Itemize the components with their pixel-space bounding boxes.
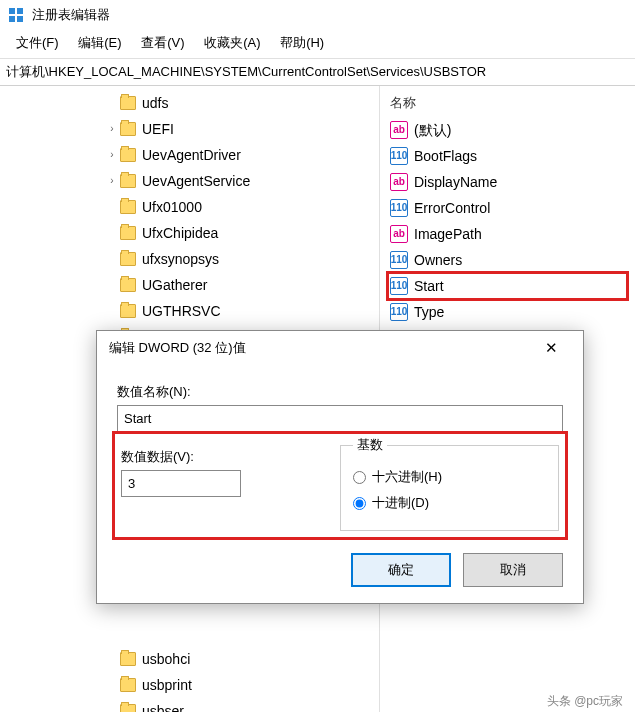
tree-item-ufxsynopsys[interactable]: ›ufxsynopsys	[0, 246, 379, 272]
tree-item-uevagentservice[interactable]: ›UevAgentService	[0, 168, 379, 194]
string-value-icon: ab	[390, 173, 408, 191]
window-title: 注册表编辑器	[32, 6, 110, 24]
tree-item-label: UGatherer	[142, 274, 207, 296]
value-name: ImagePath	[414, 224, 482, 244]
value-data-label: 数值数据(V):	[121, 448, 340, 466]
svg-rect-0	[9, 8, 15, 14]
tree-item-label: ufxsynopsys	[142, 248, 219, 270]
folder-icon	[120, 278, 136, 292]
base-fieldset: 基数 十六进制(H) 十进制(D)	[340, 436, 559, 531]
tree-item-label: udfs	[142, 92, 168, 114]
folder-icon	[120, 704, 136, 712]
tree-item-ugthrsvc[interactable]: ›UGTHRSVC	[0, 298, 379, 324]
value-name: (默认)	[414, 120, 451, 140]
radio-dec[interactable]	[353, 497, 366, 510]
folder-icon	[120, 122, 136, 136]
value-row-type[interactable]: 110Type	[388, 299, 627, 325]
app-icon	[8, 7, 24, 23]
value-name-input[interactable]	[117, 405, 563, 432]
svg-rect-3	[17, 16, 23, 22]
tree-item-label: UfxChipidea	[142, 222, 218, 244]
chevron-right-icon[interactable]: ›	[106, 118, 118, 140]
menu-help[interactable]: 帮助(H)	[272, 32, 332, 54]
folder-icon	[120, 304, 136, 318]
menu-view[interactable]: 查看(V)	[133, 32, 192, 54]
tree-item-uefi[interactable]: ›UEFI	[0, 116, 379, 142]
folder-icon	[120, 652, 136, 666]
tree-item-udfs[interactable]: ›udfs	[0, 90, 379, 116]
tree-item-usbohci[interactable]: ›usbohci	[0, 646, 379, 672]
radio-hex[interactable]	[353, 471, 366, 484]
svg-rect-1	[17, 8, 23, 14]
cancel-button[interactable]: 取消	[463, 553, 563, 587]
dialog-title: 编辑 DWORD (32 位)值	[109, 339, 246, 357]
address-bar[interactable]: 计算机\HKEY_LOCAL_MACHINE\SYSTEM\CurrentCon…	[0, 59, 635, 86]
value-row-imagepath[interactable]: abImagePath	[388, 221, 627, 247]
value-name: Owners	[414, 250, 462, 270]
value-row-displayname[interactable]: abDisplayName	[388, 169, 627, 195]
tree-item-label: usbser	[142, 700, 184, 712]
binary-value-icon: 110	[390, 147, 408, 165]
folder-icon	[120, 148, 136, 162]
folder-icon	[120, 96, 136, 110]
binary-value-icon: 110	[390, 199, 408, 217]
close-icon[interactable]: ✕	[531, 339, 571, 357]
value-row-(默认)[interactable]: ab(默认)	[388, 117, 627, 143]
binary-value-icon: 110	[390, 277, 408, 295]
watermark: 头条 @pc玩家	[547, 693, 623, 710]
menubar: 文件(F) 编辑(E) 查看(V) 收藏夹(A) 帮助(H)	[0, 30, 635, 59]
tree-item-usbprint[interactable]: ›usbprint	[0, 672, 379, 698]
chevron-right-icon[interactable]: ›	[106, 170, 118, 192]
tree-item-label: UevAgentDriver	[142, 144, 241, 166]
titlebar: 注册表编辑器	[0, 0, 635, 30]
tree-item-label: UGTHRSVC	[142, 300, 221, 322]
dialog-titlebar: 编辑 DWORD (32 位)值 ✕	[97, 331, 583, 365]
binary-value-icon: 110	[390, 303, 408, 321]
menu-fav[interactable]: 收藏夹(A)	[196, 32, 268, 54]
value-name: DisplayName	[414, 172, 497, 192]
binary-value-icon: 110	[390, 251, 408, 269]
value-row-errorcontrol[interactable]: 110ErrorControl	[388, 195, 627, 221]
tree-item-label: Ufx01000	[142, 196, 202, 218]
value-name: Start	[414, 276, 444, 296]
tree-item-label: usbprint	[142, 674, 192, 696]
tree-item-label: usbohci	[142, 648, 190, 670]
column-header-name[interactable]: 名称	[388, 90, 627, 117]
base-legend: 基数	[353, 436, 387, 454]
string-value-icon: ab	[390, 225, 408, 243]
value-row-start[interactable]: 110Start	[388, 273, 627, 299]
string-value-icon: ab	[390, 121, 408, 139]
value-data-input[interactable]	[121, 470, 241, 497]
svg-rect-2	[9, 16, 15, 22]
folder-icon	[120, 200, 136, 214]
value-name: BootFlags	[414, 146, 477, 166]
value-name: Type	[414, 302, 444, 322]
folder-icon	[120, 226, 136, 240]
value-name-label: 数值名称(N):	[117, 383, 563, 401]
tree-item-usbser[interactable]: ›usbser	[0, 698, 379, 712]
edit-dword-dialog: 编辑 DWORD (32 位)值 ✕ 数值名称(N): 数值数据(V): 基数 …	[96, 330, 584, 604]
tree-item-label: UevAgentService	[142, 170, 250, 192]
folder-icon	[120, 252, 136, 266]
tree-item-ugatherer[interactable]: ›UGatherer	[0, 272, 379, 298]
folder-icon	[120, 678, 136, 692]
radio-dec-label: 十进制(D)	[372, 494, 429, 512]
folder-icon	[120, 174, 136, 188]
menu-edit[interactable]: 编辑(E)	[70, 32, 129, 54]
value-row-owners[interactable]: 110Owners	[388, 247, 627, 273]
tree-item-ufx01000[interactable]: ›Ufx01000	[0, 194, 379, 220]
chevron-right-icon[interactable]: ›	[106, 144, 118, 166]
menu-file[interactable]: 文件(F)	[8, 32, 67, 54]
radio-hex-label: 十六进制(H)	[372, 468, 442, 486]
value-name: ErrorControl	[414, 198, 490, 218]
tree-item-ufxchipidea[interactable]: ›UfxChipidea	[0, 220, 379, 246]
tree-item-uevagentdriver[interactable]: ›UevAgentDriver	[0, 142, 379, 168]
value-row-bootflags[interactable]: 110BootFlags	[388, 143, 627, 169]
ok-button[interactable]: 确定	[351, 553, 451, 587]
tree-item-label: UEFI	[142, 118, 174, 140]
